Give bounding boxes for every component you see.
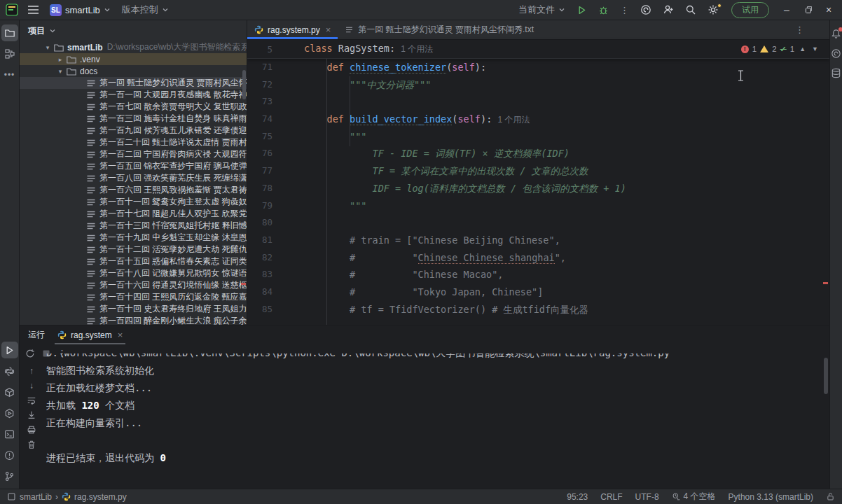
indent-widget[interactable]: 4 个空格 [672,491,716,503]
tree-file-item[interactable]: 第一百七回 散余资贾母明大义 复世职政老沐天恩.txt [20,101,247,113]
chevron-down-icon[interactable]: ▾ [56,68,64,75]
line-number[interactable]: 83 [247,266,272,284]
line-number[interactable]: 74 [247,111,272,128]
rerun-button[interactable] [25,349,35,358]
lock-widget[interactable] [826,492,835,501]
breadcrumb-project[interactable]: smartLib [20,492,52,502]
debug-button[interactable] [593,1,614,18]
run-config-selector[interactable]: 当前文件 [513,1,571,18]
tree-file-item[interactable]: 第一百十四回 王熙凤历幻返金陵 甄应嘉蒙恩还玉阙.txt [20,291,247,303]
maximize-button[interactable] [797,0,818,20]
project-scrollbar-thumb[interactable] [242,70,246,99]
problems-button[interactable] [1,447,18,463]
line-number[interactable]: 80 [247,214,272,232]
python-console-button[interactable] [1,363,18,379]
clear-console-button[interactable] [27,438,36,450]
line-ending-widget[interactable]: CRLF [600,492,622,502]
soft-wrap-button[interactable] [27,394,36,406]
up-stack-button[interactable]: ↑ [29,365,34,377]
scroll-to-end-button[interactable] [27,409,36,421]
breadcrumb-file[interactable]: rag.system.py [74,492,127,502]
chevron-down-icon[interactable]: ▾ [43,44,52,51]
tree-file-item[interactable]: 第一回 甄士隐梦幻识通灵 贾雨村风尘怀闺秀.txt [20,77,247,89]
tree-file-item[interactable]: 第一百十一回 鸳鸯女殉主登太虚 狗彘奴欺天招伙盗.txt [20,196,247,208]
tree-file-item[interactable]: 第一百九回 候芳魂五儿承错爱 还孽债迎女返真元.txt [20,125,247,136]
tree-file-item[interactable]: 第一百四回 醉金刚小鳅生大浪 痴公子余痛触前情.txt [20,315,247,325]
tree-file-item[interactable]: 第一百二十回 甄士隐详说太虚情 贾雨村归结红楼梦.txt [20,136,247,148]
tree-file-item[interactable]: 第一百十六回 得通灵幻境悟仙缘 送慈柩故乡全孝道.txt [20,279,247,291]
code-editor[interactable]: 71 def chinese_tokenizer(self):72 """中文分… [247,59,829,325]
tree-file-item[interactable]: 第一百八回 强欢笑蘅芜庆生辰 死缠绵潇湘闻鬼哭.txt [20,172,247,184]
line-number[interactable]: 81 [247,232,272,249]
tree-file-item[interactable]: 第一百十五回 惑偏私惜春矢素志 证同类宝玉失相知.txt [20,255,247,267]
vcs-widget[interactable]: 版本控制 [116,1,174,18]
tab-chapter-one[interactable]: 第一回 甄士隐梦幻识通灵 贾雨村风尘怀闺秀.txt [338,20,541,39]
close-icon[interactable]: × [118,330,123,340]
line-number[interactable]: 84 [247,284,272,301]
more-actions-button[interactable]: ⋮ [614,1,635,18]
down-stack-button[interactable]: ↓ [29,379,34,391]
line-number[interactable]: 79 [247,197,272,215]
tree-file-item[interactable]: 第一百十九回 中乡魁宝玉却尘缘 沐皇恩贾家延世泽.txt [20,232,247,244]
tab-options-button[interactable]: ⋮ [795,24,804,35]
tree-file-item[interactable]: 第一百十回 史太君寿终归地府 王凤姐力诎失人心.txt [20,303,247,315]
project-tool-button[interactable] [1,24,18,41]
main-menu-button[interactable] [22,1,44,18]
line-number[interactable]: 71 [247,59,272,76]
tree-file-item[interactable]: 第一百六回 王熙凤致祸抱羞惭 贾太君祷天消祸患.txt [20,184,247,196]
terminal-button[interactable] [1,426,18,442]
line-number[interactable]: 78 [247,180,272,197]
console-scrollbar-thumb[interactable] [824,358,828,394]
tree-folder-item[interactable]: ▾docs [20,65,247,77]
inspections-widget[interactable]: ! 1 2 ✓ 1 ▲ ▼ [741,40,820,58]
line-number[interactable]: 72 [247,76,272,94]
encoding-widget[interactable]: UTF-8 [635,492,659,502]
tree-file-item[interactable]: 第一百十七回 阻超凡佳人双护玉 欣聚党恶子独承家.txt [20,208,247,220]
more-tools-button[interactable]: ••• [1,66,18,83]
tree-file-item[interactable]: 第一百一回 大观园月夜感幽魂 散花寺神签惊异兆.txt [20,89,247,101]
run-tool-button[interactable] [1,342,18,358]
tree-file-item[interactable]: 第一百十八回 记微嫌舅兄欺弱女 惊谜语妻妾谏痴人.txt [20,267,247,279]
tree-file-item[interactable]: 第一百二回 宁国府骨肉病灾祲 大观园符水驱妖孽.txt [20,148,247,160]
close-icon[interactable]: × [326,24,331,35]
structure-tool-button[interactable] [1,46,18,62]
prev-problem-button[interactable]: ▲ [798,46,807,52]
settings-button[interactable] [702,1,724,18]
line-number[interactable]: 82 [247,249,272,267]
project-selector[interactable]: SL smartLib [44,1,116,18]
version-control-button[interactable] [1,468,18,484]
search-everywhere-button[interactable] [679,1,702,18]
close-button[interactable]: × [818,0,839,20]
tree-file-item[interactable]: 第一百三回 施毒计金桂自焚身 昧真禅雨村空遇旧.txt [20,113,247,125]
tree-folder-item[interactable]: ▸.venv [20,53,247,65]
notifications-button[interactable] [831,29,842,40]
run-tab[interactable]: rag.system × [55,326,125,344]
print-button[interactable] [27,424,36,435]
line-number[interactable]: 75 [247,128,272,146]
ai-assistant-button[interactable] [635,1,657,18]
services-button[interactable] [1,405,18,421]
tree-file-item[interactable]: 第一百十三回 忏宿冤凤姐托村妪 释旧憾情婢感痴郎.txt [20,220,247,232]
line-number[interactable]: 85 [247,301,272,318]
minimize-button[interactable]: – [776,0,797,20]
run-button[interactable] [571,1,593,18]
next-problem-button[interactable]: ▼ [810,46,820,52]
trial-badge[interactable]: 试用 [731,2,769,18]
tree-file-item[interactable]: 第一百五回 锦衣军查抄宁国府 骢马使弹劾平安州.txt [20,160,247,172]
chevron-down-icon[interactable] [49,27,56,34]
interpreter-widget[interactable]: Python 3.13 (smartLib) [729,492,813,502]
code-with-me-button[interactable] [657,1,679,18]
tab-rag-system[interactable]: rag.system.py × [247,20,338,39]
line-number[interactable]: 77 [247,162,272,180]
tree-folder-item[interactable]: ▾smartLibD:\workspace\wb\大学图书智能检索系统\smar… [20,41,247,53]
caret-position-widget[interactable]: 95:23 [567,492,588,502]
tree-file-item[interactable]: 第一百十二回 活冤孽妙尼遭大劫 死雠仇赵妾赴冥曹.txt [20,244,247,255]
ai-assistant-tool-button[interactable] [831,48,842,59]
line-number[interactable]: 73 [247,93,272,111]
line-number[interactable]: 76 [247,145,272,162]
sticky-class-line[interactable]: 5 class RagSystem: 1 个用法 ! 1 2 ✓ 1 ▲ ▼ [247,40,829,59]
console-output[interactable]: D:\workspace\wb\smartLib\.venv\Scripts\p… [46,354,820,486]
database-tool-button[interactable] [831,68,842,79]
python-packages-button[interactable] [1,384,18,400]
chevron-right-icon[interactable]: ▸ [56,56,64,63]
